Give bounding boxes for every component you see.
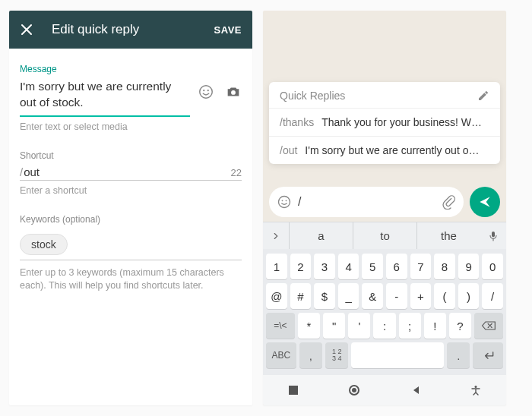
keyboard: 1 2 3 4 5 6 7 8 9 0 @ # $ _ & - + ( ) / … [263,249,506,375]
svg-rect-7 [492,232,495,237]
svg-point-4 [279,197,290,208]
svg-rect-8 [289,386,298,395]
svg-point-6 [286,200,287,201]
keyboard-row: 1 2 3 4 5 6 7 8 9 0 [266,254,503,279]
send-button[interactable] [470,187,500,217]
quick-reply-cmd: /out [280,144,297,156]
key[interactable]: - [386,283,407,309]
key-dot[interactable]: . [447,342,470,368]
shortcut-input[interactable]: / out 22 [20,165,242,181]
key[interactable]: 1 [266,254,287,279]
suggestion[interactable]: the [416,222,480,249]
key[interactable]: @ [266,283,287,309]
keyword-chip[interactable]: stock [20,234,68,255]
compose-row: / [269,187,500,217]
key[interactable]: $ [314,283,335,309]
emoji-icon[interactable] [277,194,292,210]
shortcut-value: out [24,165,230,178]
key[interactable]: ) [458,283,480,309]
backspace-key[interactable] [474,313,503,339]
suggestion[interactable]: a [289,222,353,249]
shortcut-label: Shortcut [20,150,242,161]
key[interactable]: ( [434,283,455,309]
nav-back-icon[interactable] [410,385,421,396]
key[interactable]: 6 [386,254,407,279]
svg-point-5 [282,200,283,201]
accessibility-icon[interactable] [470,385,481,396]
svg-point-1 [203,90,204,91]
edit-icon[interactable] [477,90,489,102]
key[interactable]: * [298,313,320,339]
quick-replies-card: Quick Replies /thanks Thank you for your… [269,82,500,164]
key[interactable]: ? [449,313,471,339]
keyboard-row: @ # $ _ & - + ( ) / [266,283,503,309]
key[interactable]: 4 [338,254,359,279]
keywords-label: Keywords (optional) [20,214,242,225]
message-label: Message [20,64,242,74]
toolbar: Edit quick reply SAVE [9,11,252,49]
shortcut-slash: / [20,165,23,178]
key[interactable]: 2 [290,254,312,279]
form: Message I'm sorry but we are currently o… [9,49,252,301]
svg-point-3 [231,90,236,95]
key[interactable]: : [373,313,395,339]
key[interactable]: 5 [362,254,383,279]
key-mode[interactable]: ABC [266,342,296,368]
nav-recent-icon[interactable] [288,385,299,396]
key[interactable]: 7 [410,254,432,279]
spacebar-key[interactable] [351,342,444,368]
shortcut-remaining: 22 [231,167,242,178]
key[interactable]: 9 [458,254,480,279]
compose-text: / [298,195,441,209]
key[interactable]: 3 [314,254,335,279]
edit-quick-reply-screen: Edit quick reply SAVE Message I'm sorry … [9,11,252,405]
key[interactable]: 8 [434,254,455,279]
key[interactable]: _ [338,283,359,309]
key-comma[interactable]: , [299,342,322,368]
key[interactable]: + [410,283,432,309]
keyboard-suggestion-bar: a to the [263,222,506,249]
keyboard-row: ABC , 1 2 3 4 . [266,342,503,368]
message-input[interactable]: I'm sorry but we are currently out of st… [20,79,190,117]
quick-reply-cmd: /thanks [280,116,314,128]
suggestion[interactable]: to [353,222,416,249]
keyboard-row: =\< * " ' : ; ! ? [266,313,503,339]
key[interactable]: # [290,283,312,309]
chat-background: Quick Replies /thanks Thank you for your… [263,11,506,222]
chevron-right-icon[interactable] [263,231,289,241]
keywords-input[interactable]: stock [20,229,242,260]
key[interactable]: " [323,313,345,339]
svg-point-10 [352,388,356,392]
chat-screen: Quick Replies /thanks Thank you for your… [263,11,506,405]
mic-icon[interactable] [480,230,506,242]
key-symshift[interactable]: =\< [266,313,295,339]
key[interactable]: & [362,283,383,309]
quick-reply-item[interactable]: /thanks Thank you for your business! W… [269,108,500,136]
quick-replies-title: Quick Replies [280,90,345,102]
android-nav-bar [263,375,506,405]
attach-icon[interactable] [441,194,456,210]
toolbar-title: Edit quick reply [52,22,214,37]
key[interactable]: ' [348,313,370,339]
key[interactable]: / [482,283,503,309]
key[interactable]: 0 [482,254,503,279]
quick-reply-item[interactable]: /out I'm sorry but we are currently out … [269,136,500,164]
camera-icon[interactable] [225,84,242,100]
svg-point-0 [200,86,213,99]
quick-reply-body: I'm sorry but we are currently out o… [305,144,479,156]
close-icon[interactable] [20,23,33,36]
save-button[interactable]: SAVE [214,24,242,36]
quick-reply-body: Thank you for your business! W… [321,116,482,128]
key[interactable]: ; [399,313,421,339]
message-helper: Enter text or select media [20,121,242,132]
key-numpad[interactable]: 1 2 3 4 [325,342,348,368]
svg-point-2 [207,90,209,91]
keywords-helper: Enter up to 3 keywords (maximum 15 chara… [20,266,242,292]
nav-home-icon[interactable] [348,384,360,396]
key[interactable]: ! [424,313,446,339]
svg-point-11 [475,386,477,388]
enter-key[interactable] [473,342,503,368]
emoji-icon[interactable] [198,84,214,100]
shortcut-helper: Enter a shortcut [20,185,242,196]
compose-input[interactable]: / [269,187,464,217]
